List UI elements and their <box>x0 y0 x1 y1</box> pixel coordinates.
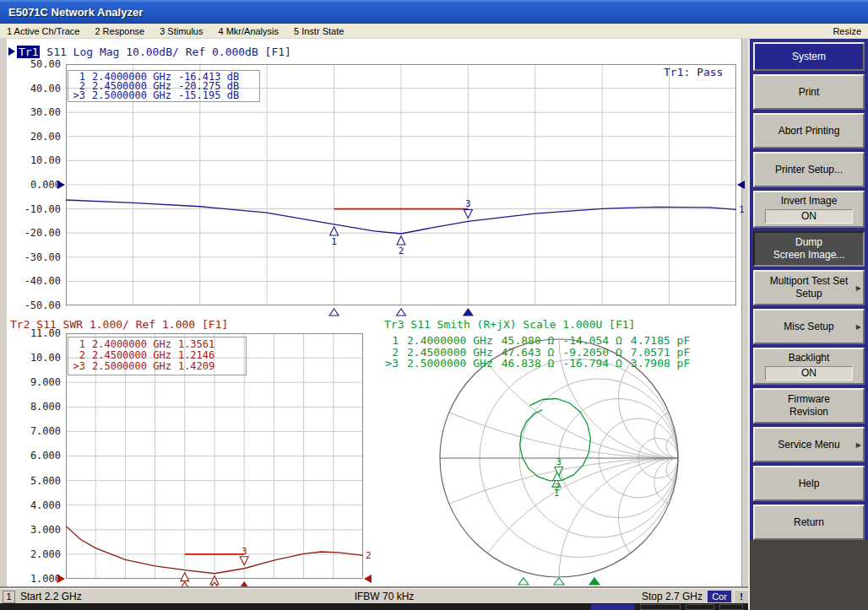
tr2-y-tick: 6.000 <box>30 450 61 462</box>
tr1-label: Tr1 <box>17 46 40 58</box>
tr2-y-tick: 1.000 <box>30 573 61 585</box>
svg-text:2: 2 <box>399 246 404 256</box>
svg-text:2: 2 <box>366 550 372 561</box>
tr2-y-tick: 2.000 <box>30 548 61 560</box>
correction-badge: Cor <box>708 591 731 602</box>
alert-button[interactable]: ! <box>734 590 749 604</box>
tr1-ref-level-marker-right <box>737 181 745 189</box>
tr1-y-tick: 50.00 <box>30 58 61 70</box>
tr3-smith-chart: 123 <box>372 332 747 586</box>
tr1-y-tick: 0.000 <box>30 179 61 191</box>
tr2-y-tick: 4.000 <box>30 499 61 511</box>
menubar: 1 Active Ch/Trace2 Response3 Stimulus4 M… <box>0 24 868 39</box>
tr1-y-tick: 40.00 <box>30 83 61 94</box>
tr3-marker-row: 2 2.4500000 GHz 47.643 Ω -9.2050 Ω 7.057… <box>382 347 690 359</box>
softkey-button[interactable]: Help <box>753 466 865 501</box>
softkey-button[interactable]: Dump Screen Image... <box>753 231 865 267</box>
channel-indicator: 1 <box>3 591 15 603</box>
menu-item[interactable]: 5 Instr State <box>294 26 344 36</box>
tr2-y-tick: 9.000 <box>30 376 61 388</box>
statusbar: 1 Start 2.2 GHz IFBW 70 kHz Stop 2.7 GHz… <box>0 588 751 604</box>
tr1-y-tick: 10.00 <box>30 154 61 166</box>
tr2-marker-row: >3 2.5000000 GHz 1.4209 <box>68 361 246 372</box>
softkey-button[interactable]: Printer Setup... <box>753 152 865 187</box>
softkey-button[interactable]: Abort Printing <box>753 113 865 148</box>
tr2-y-tick: 11.00 <box>30 327 61 339</box>
svg-text:2: 2 <box>555 482 561 493</box>
tr1-y-tick: 20.00 <box>30 131 61 143</box>
tr2-y-tick: 3.000 <box>30 524 61 536</box>
tr1-marker-table: 1 2.4000000 GHz -16.413 dB 2 2.4500000 G… <box>68 70 260 102</box>
submenu-arrow-icon: ▶ <box>856 284 861 292</box>
e5071c-screen: E5071C Network Analyzer 1 Active Ch/Trac… <box>0 0 868 610</box>
softkey-button[interactable]: Backlight ON <box>753 348 865 385</box>
tr1-params: S11 Log Mag 10.00dB/ Ref 0.000dB [F1] <box>40 46 290 58</box>
tr3-marker-row: >3 2.5000000 GHz 46.838 Ω -16.794 Ω 3.79… <box>382 358 690 370</box>
svg-text:3: 3 <box>465 198 471 209</box>
softkey-button[interactable]: Return <box>753 505 865 540</box>
softkey-button[interactable]: Service Menu ▶ <box>753 427 865 462</box>
submenu-arrow-icon: ▶ <box>856 323 861 331</box>
stop-frequency: Stop 2.7 GHz <box>642 591 703 602</box>
taskbar-segment <box>686 604 714 610</box>
ifbw-indicator: IFBW 70 kHz <box>344 591 424 602</box>
tr1-marker-row: >3 2.5000000 GHz -15.195 dB <box>68 91 259 100</box>
tr2-y-axis: 11.0010.009.0008.0007.0006.0005.0004.000… <box>22 327 61 585</box>
tr3-params: S11 Smith (R+jX) Scale 1.000U [F1] <box>404 318 635 331</box>
tr1-y-tick: -30.00 <box>24 251 61 263</box>
tr1-y-tick: -50.00 <box>24 300 61 311</box>
tr2-ref-level-marker-right <box>364 575 372 583</box>
tr2-y-tick: 10.00 <box>30 352 61 364</box>
tr2-ref-level-marker-left <box>57 575 65 583</box>
tr1-y-tick: -10.00 <box>24 203 61 215</box>
titlebar[interactable]: E5071C Network Analyzer <box>0 0 868 24</box>
svg-text:1: 1 <box>331 236 337 247</box>
tr1-y-axis: 50.0040.0030.0020.0010.000.000-10.00-20.… <box>22 58 61 311</box>
tr1-limit-test-result: Tr1: Pass <box>664 66 723 78</box>
softkey-sidebar: System Print Abort Printing <box>748 39 868 610</box>
taskbar-strip <box>0 603 868 610</box>
tr2-y-tick: 5.000 <box>30 475 61 487</box>
tr1-plot: 1123 <box>66 64 750 319</box>
tr2-y-tick: 7.000 <box>30 425 61 437</box>
window-title: E5071C Network Analyzer <box>8 6 143 19</box>
taskbar-segment <box>591 604 635 610</box>
tr3-marker-table: 1 2.4000000 GHz 45.880 Ω -14.054 Ω 4.718… <box>382 335 690 370</box>
tr3-header[interactable]: Tr3 S11 Smith (R+jX) Scale 1.000U [F1] <box>384 318 635 330</box>
tr1-y-tick: -40.00 <box>24 275 61 287</box>
tr2-y-tick: 8.000 <box>30 401 61 413</box>
menu-item[interactable]: 3 Stimulus <box>160 26 203 36</box>
menu-item[interactable]: 4 Mkr/Analysis <box>218 26 279 36</box>
svg-text:3: 3 <box>556 456 561 467</box>
svg-text:3: 3 <box>241 546 247 557</box>
tr1-header[interactable]: Tr1 S11 Log Mag 10.00dB/ Ref 0.000dB [F1… <box>8 46 291 57</box>
softkey-button[interactable]: Print <box>753 74 865 110</box>
taskbar-segment <box>640 604 681 610</box>
svg-text:1: 1 <box>739 204 745 215</box>
tr3-marker-row: 1 2.4000000 GHz 45.880 Ω -14.054 Ω 4.718… <box>382 335 690 347</box>
start-frequency: Start 2.2 GHz <box>20 591 82 602</box>
tr2-marker-table: 1 2.4000000 GHz 1.3561 2 2.4500000 GHz 1… <box>68 337 247 375</box>
tr1-ref-level-marker-left <box>57 181 65 189</box>
softkey-button[interactable]: System <box>753 42 865 71</box>
softkey-button[interactable]: Firmware Revision <box>753 388 865 424</box>
menu-item[interactable]: 1 Active Ch/Trace <box>7 26 79 36</box>
softkey-button[interactable]: Invert Image ON <box>753 191 865 228</box>
softkey-button[interactable]: Misc Setup ▶ <box>753 309 865 344</box>
tr1-y-tick: -20.00 <box>24 227 61 239</box>
menu-items: 1 Active Ch/Trace2 Response3 Stimulus4 M… <box>7 26 344 36</box>
tr3-label: Tr3 <box>384 318 404 331</box>
active-trace-arrow-icon <box>8 47 15 56</box>
softkey-stack: System Print Abort Printing <box>750 39 868 540</box>
menu-resize[interactable]: Resize <box>833 26 861 36</box>
tr1-y-tick: 30.00 <box>30 106 61 118</box>
taskbar-segment <box>719 604 743 610</box>
menu-item[interactable]: 2 Response <box>95 26 144 36</box>
submenu-arrow-icon: ▶ <box>856 441 861 449</box>
softkey-button[interactable]: Multiport Test Set Setup ▶ <box>753 270 865 305</box>
